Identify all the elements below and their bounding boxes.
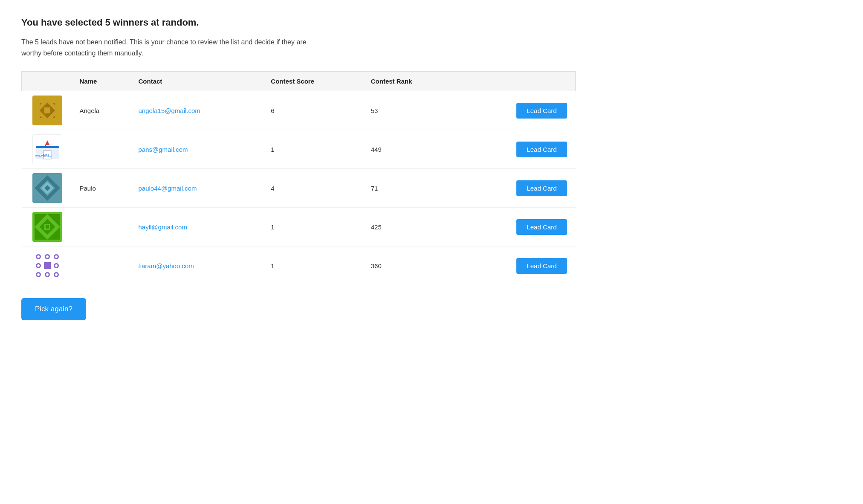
svg-rect-30	[44, 262, 51, 269]
score-cell: 1	[264, 246, 364, 285]
rank-cell: 425	[364, 208, 460, 246]
avatar-cell	[22, 208, 73, 246]
svg-text:RANDPIC: RANDPIC	[35, 154, 45, 157]
svg-point-36	[46, 255, 49, 258]
lead-card-button[interactable]: Lead Card	[516, 258, 567, 274]
lead-card-button[interactable]: Lead Card	[516, 103, 567, 119]
svg-point-40	[37, 273, 40, 276]
name-cell	[73, 208, 132, 246]
table-row: Paulo paulo44@gmail.com 4 71 Lead Card	[22, 169, 576, 208]
contact-link[interactable]: hayll@gmail.com	[139, 223, 187, 231]
name-cell: Angela	[73, 91, 132, 130]
score-cell: 6	[264, 91, 364, 130]
svg-rect-24	[46, 225, 49, 229]
contact-cell: hayll@gmail.com	[132, 208, 264, 246]
contact-link[interactable]: paulo44@gmail.com	[139, 185, 197, 192]
rank-cell: 53	[364, 91, 460, 130]
svg-rect-7	[36, 146, 59, 148]
action-cell: Lead Card	[460, 130, 575, 169]
avatar	[32, 212, 62, 242]
contact-cell: pans@gmail.com	[132, 130, 264, 169]
col-contact: Contact	[132, 72, 264, 91]
svg-point-39	[55, 264, 58, 267]
score-cell: 1	[264, 208, 364, 246]
avatar	[32, 173, 62, 203]
rank-cell: 449	[364, 130, 460, 169]
svg-point-41	[46, 273, 49, 276]
action-cell: Lead Card	[460, 169, 575, 208]
col-rank: Contest Rank	[364, 72, 460, 91]
col-action	[460, 72, 575, 91]
lead-card-button[interactable]: Lead Card	[516, 180, 567, 196]
action-cell: Lead Card	[460, 91, 575, 130]
avatar	[32, 251, 62, 281]
contact-cell: paulo44@gmail.com	[132, 169, 264, 208]
svg-point-38	[37, 264, 40, 267]
col-avatar	[22, 72, 73, 91]
avatar-cell	[22, 91, 73, 130]
score-cell: 4	[264, 169, 364, 208]
svg-point-42	[55, 273, 58, 276]
avatar-cell: MALL RANDPIC	[22, 130, 73, 169]
rank-cell: 360	[364, 246, 460, 285]
lead-card-button[interactable]: Lead Card	[516, 142, 567, 157]
name-cell	[73, 130, 132, 169]
name-cell: Paulo	[73, 169, 132, 208]
contact-link[interactable]: angela15@gmail.com	[139, 107, 200, 114]
score-cell: 1	[264, 130, 364, 169]
svg-point-37	[55, 255, 58, 258]
svg-point-35	[37, 255, 40, 258]
svg-rect-9	[45, 145, 46, 148]
col-score: Contest Score	[264, 72, 364, 91]
avatar-cell	[22, 246, 73, 285]
rank-cell: 71	[364, 169, 460, 208]
table-row: Angela angela15@gmail.com 6 53 Lead Card	[22, 91, 576, 130]
table-row: hayll@gmail.com 1 425 Lead Card	[22, 208, 576, 246]
avatar	[32, 96, 62, 125]
page-title: You have selected 5 winners at random.	[21, 17, 576, 28]
avatar-cell	[22, 169, 73, 208]
svg-rect-4	[44, 107, 50, 113]
table-row: MALL RANDPIC pans@gmail.com 1 449 Lead C…	[22, 130, 576, 169]
action-cell: Lead Card	[460, 246, 575, 285]
page-description: The 5 leads have not been notified. This…	[21, 37, 320, 58]
action-cell: Lead Card	[460, 208, 575, 246]
winners-table: Name Contact Contest Score Contest Rank	[21, 71, 576, 285]
col-name: Name	[73, 72, 132, 91]
contact-cell: angela15@gmail.com	[132, 91, 264, 130]
contact-cell: tiaram@yahoo.com	[132, 246, 264, 285]
contact-link[interactable]: pans@gmail.com	[139, 146, 188, 153]
name-cell	[73, 246, 132, 285]
lead-card-button[interactable]: Lead Card	[516, 219, 567, 235]
table-row: tiaram@yahoo.com 1 360 Lead Card	[22, 246, 576, 285]
avatar: MALL RANDPIC	[32, 134, 62, 164]
pick-again-button[interactable]: Pick again?	[21, 298, 86, 320]
contact-link[interactable]: tiaram@yahoo.com	[139, 262, 194, 269]
